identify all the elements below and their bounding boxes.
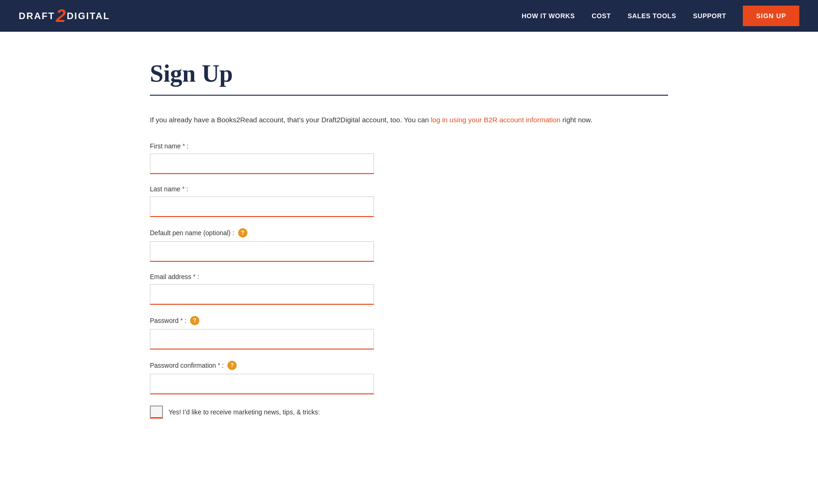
first-name-input[interactable] (150, 154, 374, 174)
logo-draft-text: DRAFT (19, 11, 55, 21)
password-confirmation-label-text: Password confirmation (150, 362, 216, 369)
pen-name-label: Default pen name (optional): ? (150, 228, 374, 238)
last-name-label: Last name*: (150, 185, 374, 193)
email-label: Email address*: (150, 273, 374, 280)
first-name-required: * (183, 143, 185, 149)
password-confirmation-help-icon[interactable]: ? (227, 361, 237, 370)
intro-paragraph: If you already have a Books2Read account… (150, 114, 668, 126)
password-confirmation-required: * (218, 362, 220, 369)
last-name-required: * (182, 186, 184, 192)
logo[interactable]: DRAFT 2 DIGITAL (19, 7, 110, 25)
password-confirmation-label: Password confirmation*: ? (150, 361, 374, 370)
logo-number: 2 (56, 7, 66, 25)
pen-name-help-icon[interactable]: ? (238, 228, 247, 238)
last-name-input[interactable] (150, 196, 374, 217)
email-group: Email address*: (150, 273, 374, 305)
main-content: Sign Up If you already have a Books2Read… (82, 32, 736, 456)
email-input[interactable] (150, 284, 374, 305)
password-confirmation-input[interactable] (150, 374, 374, 394)
signup-form: First name*: Last name*: Default pen nam… (150, 142, 374, 419)
nav-how-it-works[interactable]: HOW IT WORKS (522, 12, 575, 20)
first-name-label: First name*: (150, 142, 374, 150)
pen-name-group: Default pen name (optional): ? (150, 228, 374, 262)
nav-support[interactable]: SUPPORT (693, 12, 726, 20)
password-required: * (180, 317, 183, 324)
intro-text-after: right now. (560, 116, 592, 124)
logo-digital-text: DIGITAL (67, 11, 110, 21)
email-label-text: Email address (150, 273, 191, 280)
nav-links: HOW IT WORKS COST SALES TOOLS SUPPORT SI… (522, 6, 799, 26)
password-label: Password*: ? (150, 316, 374, 325)
nav-signup-button[interactable]: SIGN UP (743, 6, 799, 26)
nav-cost[interactable]: COST (592, 12, 611, 20)
intro-text-before: If you already have a Books2Read account… (150, 116, 431, 124)
password-help-icon[interactable]: ? (190, 316, 199, 325)
navbar: DRAFT 2 DIGITAL HOW IT WORKS COST SALES … (0, 0, 818, 32)
page-title: Sign Up (150, 60, 668, 87)
marketing-checkbox-group: Yes! I’d like to receive marketing news,… (150, 406, 374, 419)
pen-name-label-text: Default pen name (optional) (150, 229, 231, 237)
title-divider (150, 95, 668, 96)
first-name-group: First name*: (150, 142, 374, 174)
email-required: * (193, 273, 196, 280)
first-name-label-text: First name (150, 142, 181, 150)
marketing-checkbox[interactable] (150, 406, 163, 419)
b2r-login-link[interactable]: log in using your B2R account informatio… (431, 116, 561, 124)
pen-name-input[interactable] (150, 241, 374, 262)
password-input[interactable] (150, 329, 374, 350)
password-confirmation-group: Password confirmation*: ? (150, 361, 374, 394)
marketing-checkbox-label: Yes! I’d like to receive marketing news,… (169, 408, 320, 416)
last-name-group: Last name*: (150, 185, 374, 217)
last-name-label-text: Last name (150, 185, 180, 193)
nav-sales-tools[interactable]: SALES TOOLS (628, 12, 676, 20)
password-group: Password*: ? (150, 316, 374, 350)
password-label-text: Password (150, 317, 178, 324)
